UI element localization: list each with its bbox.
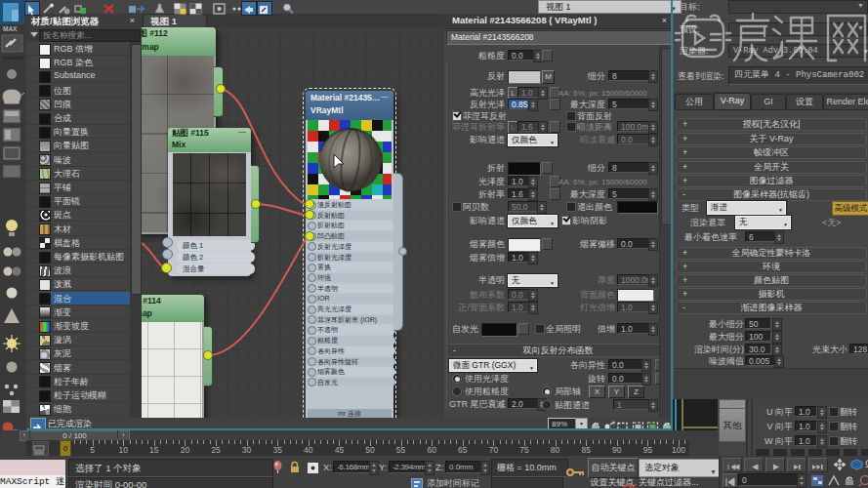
svg-text:MAX: MAX xyxy=(3,25,18,32)
